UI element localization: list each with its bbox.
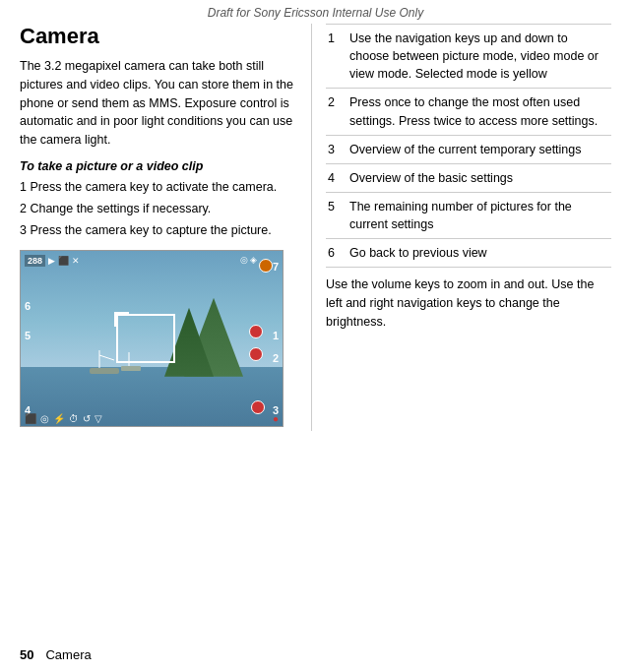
- right-column: 1 Use the navigation keys up and down to…: [311, 24, 611, 431]
- left-column: Camera The 3.2 megapixel camera can take…: [20, 24, 295, 431]
- row-num: 3: [326, 135, 346, 163]
- list-item: 1 Press the camera key to activate the c…: [20, 177, 295, 197]
- row-text: Go back to previous view: [346, 239, 611, 268]
- row-text: Overview of the current temporary settin…: [346, 135, 611, 163]
- row-num: 6: [326, 239, 346, 268]
- row-text: The remaining number of pictures for the…: [346, 192, 611, 238]
- camera-image: 288 ▶ ⬛ ✕ ◎ ◈ 7 6 5 4 1 2 3: [20, 250, 284, 427]
- page-footer: 50 Camera: [20, 647, 92, 662]
- dot-indicator-1: [249, 325, 263, 338]
- image-counter: 288: [25, 255, 45, 267]
- dot-indicator-3: [251, 400, 265, 414]
- row-num: 1: [326, 25, 346, 89]
- steps-list: 1 Press the camera key to activate the c…: [20, 177, 295, 240]
- label-6: 6: [25, 300, 31, 312]
- row-num: 4: [326, 163, 346, 192]
- volume-text: Use the volume keys to zoom in and out. …: [326, 275, 611, 331]
- cam-icon-flash: ⚡: [53, 413, 65, 424]
- list-item: 2 Change the settings if necessary.: [20, 199, 295, 218]
- table-row: 1 Use the navigation keys up and down to…: [326, 25, 611, 89]
- label-1: 1: [273, 330, 279, 341]
- svg-line-1: [99, 355, 114, 360]
- dot-indicator-2: [249, 347, 263, 361]
- svg-rect-2: [90, 368, 119, 374]
- cam-icon-timer: ⏱: [69, 413, 79, 424]
- cam-icon-rotate: ↺: [83, 413, 91, 424]
- cam-icon-arrow: ▽: [95, 413, 102, 424]
- list-item: 3 Press the camera key to capture the pi…: [20, 220, 295, 240]
- camera-bottom-bar: ⬛ ◎ ⚡ ⏱ ↺ ▽ ●: [21, 413, 283, 424]
- intro-text: The 3.2 megapixel camera can take both s…: [20, 57, 295, 150]
- numbered-table: 1 Use the navigation keys up and down to…: [326, 24, 611, 268]
- cam-icon-face: ◎: [40, 413, 49, 424]
- table-row: 6 Go back to previous view: [326, 239, 611, 268]
- table-row: 2 Press once to change the most often us…: [326, 89, 611, 135]
- draft-header: Draft for Sony Ericsson Internal Use Onl…: [0, 0, 631, 24]
- page-title: Camera: [20, 24, 295, 49]
- footer-section: Camera: [45, 647, 91, 662]
- label-7: 7: [273, 261, 279, 273]
- page-number: 50: [20, 647, 33, 662]
- label-2: 2: [273, 352, 279, 364]
- cam-icon-right: ●: [273, 413, 279, 424]
- arrow-indicator: [259, 259, 273, 273]
- svg-rect-4: [121, 366, 141, 371]
- focus-rectangle: [116, 314, 175, 363]
- row-num: 2: [326, 89, 346, 135]
- label-5: 5: [25, 330, 31, 341]
- table-row: 3 Overview of the current temporary sett…: [326, 135, 611, 163]
- table-row: 5 The remaining number of pictures for t…: [326, 192, 611, 238]
- row-num: 5: [326, 192, 346, 238]
- row-text: Use the navigation keys up and down to c…: [346, 25, 611, 89]
- subtitle: To take a picture or a video clip: [20, 159, 295, 173]
- cam-icon-left: ⬛: [25, 413, 36, 424]
- camera-top-bar: 288 ▶ ⬛ ✕: [25, 255, 80, 267]
- row-text: Press once to change the most often used…: [346, 89, 611, 135]
- table-row: 4 Overview of the basic settings: [326, 163, 611, 192]
- row-text: Overview of the basic settings: [346, 163, 611, 192]
